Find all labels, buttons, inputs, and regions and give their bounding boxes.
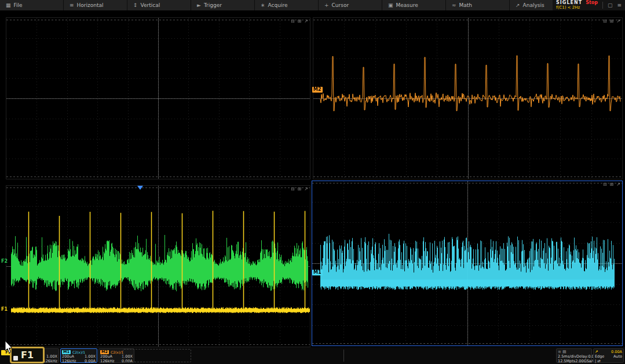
cursor-icon: + <box>324 2 329 8</box>
window-grid-icon[interactable]: ⊞ <box>610 182 614 187</box>
sample-rate: 2.00GSa/s <box>575 359 594 363</box>
waveform-window-1[interactable]: ⊟⊞↗ <box>6 17 310 179</box>
waveform-window-2[interactable]: ⊟⊞↗ <box>313 17 623 179</box>
menu-item-math[interactable]: ≈Math <box>446 0 510 10</box>
measure-icon: ▣ <box>388 2 393 8</box>
window-controls: ⊟⊞↗ <box>603 19 620 24</box>
window-minimize-icon[interactable]: ⊟ <box>291 19 295 24</box>
trigger-slope-icon: ↗ <box>595 350 598 354</box>
menu-item-acquire[interactable]: ∗Acquire <box>255 0 319 10</box>
memory-depth-icon: ≡ ▤ <box>558 350 566 354</box>
trace-label-f1[interactable]: F1 <box>1 307 8 312</box>
window-grid-icon[interactable]: ⊞ <box>298 186 302 192</box>
menu-item-file[interactable]: ▦File <box>0 0 64 10</box>
window-grid-icon[interactable]: ⊞ <box>298 19 302 24</box>
acquire-icon: ∗ <box>261 2 265 8</box>
trigger-type: Edge <box>595 354 604 359</box>
window-minimize-icon[interactable]: ⊟ <box>603 182 607 187</box>
menubar-right-cluster: SIGLENT Stop f(C1) < 2Hz ▢ ≡ <box>553 0 625 10</box>
graticule-canvas <box>313 18 622 179</box>
siglent-logo: SIGLENT <box>556 1 582 5</box>
trigger-descriptor[interactable]: ↗ 0.00A Edge Auto | ⇄ <box>593 348 624 363</box>
trigger-coupling-icons: | ⇄ <box>595 359 601 363</box>
file-icon: ▦ <box>6 2 11 8</box>
math-icon: ≈ <box>452 2 456 8</box>
menu-item-vertical[interactable]: ↕Vertical <box>127 0 191 10</box>
statusbar-divider <box>343 350 344 362</box>
trace-label-f2[interactable]: F2 <box>1 259 8 264</box>
trace-label-m2[interactable]: M2 <box>312 87 323 93</box>
divider <box>602 2 603 9</box>
window-expand-icon[interactable]: ↗ <box>304 19 308 24</box>
menu-item-horizontal[interactable]: ≡Horizontal <box>64 0 127 10</box>
timebase-scale: 2.5ms/div <box>558 354 576 359</box>
analysis-icon: ↗ <box>516 2 520 8</box>
waveform-window-4-selected[interactable]: ⊟⊞↗ <box>312 181 623 346</box>
waveform-window-3[interactable]: ⊟⊞↗ <box>6 185 310 347</box>
window-minimize-icon[interactable]: ⊟ <box>603 19 607 24</box>
channel-descriptor-m1[interactable]: M1C2(x)/1200uA1.00X126kHz0.00A <box>60 348 97 363</box>
menu-icon[interactable]: ≡ <box>617 2 622 8</box>
menu-item-cursor[interactable]: +Cursor <box>319 0 382 10</box>
window-grid-icon[interactable]: ⊞ <box>610 19 614 24</box>
timebase-descriptor[interactable]: ≡ ▤ 2.5ms/div Delay:0.00s 12.5Mpts 2.00G… <box>556 348 592 363</box>
menu-item-trigger[interactable]: ►Trigger <box>191 0 255 10</box>
window-expand-icon[interactable]: ↗ <box>616 19 620 24</box>
oscilloscope-screen: ▦File≡Horizontal↕Vertical►Trigger∗Acquir… <box>0 0 625 364</box>
window-expand-icon[interactable]: ↗ <box>616 182 620 187</box>
menu-item-measure[interactable]: ▣Measure <box>382 0 446 10</box>
window-controls: ⊟⊞↗ <box>603 182 620 187</box>
trigger-icon: ► <box>197 2 201 8</box>
popup-label: F1 <box>21 350 34 361</box>
window-controls: ⊟⊞↗ <box>291 186 308 192</box>
brand-block: SIGLENT Stop f(C1) < 2Hz <box>556 1 598 10</box>
f1-drag-popup: F1 <box>10 347 45 363</box>
empty-trace-slot[interactable] <box>123 349 191 362</box>
acquisition-status: Stop <box>586 1 598 5</box>
memory-depth: 12.5Mpts <box>558 359 575 363</box>
mouse-cursor <box>5 341 14 354</box>
trigger-mode: Auto <box>613 354 622 359</box>
window-minimize-icon[interactable]: ⊟ <box>291 186 295 192</box>
status-bar: F1 F2M 1X1.00X126kHzM1C2(x)/1200uA1.00X1… <box>0 347 625 364</box>
display-icon[interactable]: ▢ <box>608 2 613 8</box>
horizontal-icon: ≡ <box>70 2 74 8</box>
window-expand-icon[interactable]: ↗ <box>304 186 308 192</box>
graticule-canvas <box>312 181 622 345</box>
menu-bar: ▦File≡Horizontal↕Vertical►Trigger∗Acquir… <box>0 0 625 10</box>
trigger-level: 0.00A <box>611 350 622 354</box>
graticule-canvas <box>6 18 310 179</box>
window-controls: ⊟⊞↗ <box>291 19 308 24</box>
popup-mini-icon <box>13 356 18 361</box>
vertical-icon: ↕ <box>133 2 138 8</box>
graticule-canvas <box>6 186 310 347</box>
trigger-frequency-counter: f(C1) < 2Hz <box>556 5 580 10</box>
trigger-position-marker[interactable] <box>137 186 143 190</box>
trace-label-m1[interactable]: M1 <box>312 270 323 275</box>
